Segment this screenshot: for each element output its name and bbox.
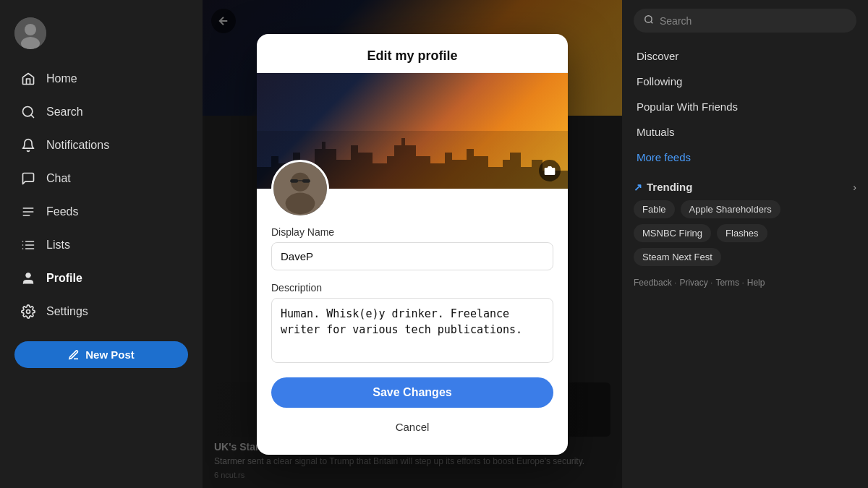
search-icon: [644, 14, 654, 27]
trending-tag-apple[interactable]: Apple Shareholders: [681, 200, 780, 218]
sidebar-item-search-label: Search: [46, 106, 83, 119]
home-icon: [20, 71, 36, 87]
chat-icon: [20, 171, 36, 187]
lists-icon: [20, 237, 36, 253]
right-nav-popular[interactable]: Popular With Friends: [634, 95, 856, 119]
description-textarea[interactable]: [271, 298, 553, 363]
left-sidebar: Home Search Notifications Chat: [0, 0, 203, 488]
svg-line-4: [31, 115, 34, 118]
modal-overlay: Edit my profile: [203, 0, 622, 488]
svg-point-20: [286, 192, 315, 214]
edit-profile-modal: Edit my profile: [257, 34, 568, 455]
sidebar-item-chat-label: Chat: [46, 172, 71, 185]
search-icon: [20, 104, 36, 120]
sidebar-item-profile[interactable]: Profile: [6, 263, 197, 294]
svg-line-26: [651, 22, 653, 24]
trending-tag-fable[interactable]: Fable: [634, 200, 675, 218]
sidebar-item-search[interactable]: Search: [6, 97, 197, 127]
svg-rect-22: [302, 179, 310, 183]
trending-chart-icon: ↗: [634, 181, 642, 193]
footer-links: Feedback Privacy Terms Help: [634, 278, 856, 288]
footer-link-privacy[interactable]: Privacy: [679, 278, 712, 288]
new-post-button[interactable]: New Post: [14, 341, 188, 368]
sidebar-item-home[interactable]: Home: [6, 64, 197, 94]
cancel-button[interactable]: Cancel: [257, 414, 568, 440]
save-changes-button[interactable]: Save Changes: [271, 377, 553, 408]
footer-link-feedback[interactable]: Feedback: [634, 278, 676, 288]
sidebar-item-feeds[interactable]: Feeds: [6, 197, 197, 227]
search-bar: [634, 9, 856, 33]
display-name-group: Display Name: [271, 226, 553, 270]
bell-icon: [20, 137, 36, 153]
sidebar-item-lists[interactable]: Lists: [6, 230, 197, 260]
right-nav-following[interactable]: Following: [634, 69, 856, 93]
user-avatar[interactable]: [14, 17, 46, 49]
svg-point-25: [645, 16, 652, 22]
sidebar-item-settings[interactable]: Settings: [6, 296, 197, 327]
avatar-container: [0, 12, 203, 61]
trending-tag-steam[interactable]: Steam Next Fest: [634, 248, 721, 266]
right-sidebar: Discover Following Popular With Friends …: [622, 0, 868, 488]
modal-body: Display Name Description Save Changes Ca…: [257, 73, 568, 455]
settings-icon: [20, 304, 36, 320]
sidebar-item-settings-label: Settings: [46, 305, 88, 318]
right-nav-items: Discover Following Popular With Friends …: [634, 44, 856, 169]
display-name-input[interactable]: [271, 242, 553, 270]
sidebar-item-home-label: Home: [46, 72, 77, 85]
sidebar-item-feeds-label: Feeds: [46, 205, 78, 218]
sidebar-item-notifications[interactable]: Notifications: [6, 130, 197, 160]
trending-tags: Fable Apple Shareholders MSNBC Firing Fl…: [634, 200, 856, 266]
display-name-label: Display Name: [271, 226, 553, 238]
camera-icon: [544, 165, 556, 176]
right-nav-mutuals[interactable]: Mutuals: [634, 120, 856, 144]
feeds-icon: [20, 204, 36, 220]
new-post-label: New Post: [85, 348, 135, 361]
description-group: Description: [271, 282, 553, 366]
trending-label: Trending: [647, 181, 692, 193]
description-label: Description: [271, 282, 553, 294]
cover-image: [257, 73, 568, 189]
modal-title: Edit my profile: [271, 48, 553, 64]
sidebar-item-notifications-label: Notifications: [46, 139, 109, 152]
footer-link-terms[interactable]: Terms: [715, 278, 744, 288]
avatar-image: [273, 162, 327, 215]
profile-avatar[interactable]: [271, 160, 329, 218]
trending-section: ↗ Trending › Fable Apple Shareholders MS…: [634, 181, 856, 266]
footer-link-help[interactable]: Help: [747, 278, 765, 288]
right-nav-more-feeds[interactable]: More feeds: [634, 145, 856, 169]
modal-header: Edit my profile: [257, 34, 568, 73]
svg-rect-21: [290, 179, 298, 183]
sidebar-item-lists-label: Lists: [46, 239, 70, 252]
trending-tag-msnbc[interactable]: MSNBC Firing: [634, 224, 711, 242]
sidebar-item-chat[interactable]: Chat: [6, 163, 197, 194]
svg-point-1: [25, 24, 36, 35]
edit-icon: [68, 349, 80, 361]
right-nav-discover[interactable]: Discover: [634, 44, 856, 68]
search-input[interactable]: [660, 15, 846, 27]
trending-header: ↗ Trending ›: [634, 181, 856, 193]
sidebar-item-profile-label: Profile: [46, 272, 82, 285]
svg-point-14: [26, 273, 31, 278]
main-content: UK's Starmer boosts defence spending on …: [203, 0, 622, 488]
cover-camera-button[interactable]: [539, 160, 561, 181]
trending-title: ↗ Trending: [634, 181, 692, 193]
svg-point-24: [548, 169, 551, 173]
profile-icon: [20, 270, 36, 286]
chevron-right-icon: ›: [853, 181, 856, 193]
svg-point-15: [27, 310, 30, 314]
trending-tag-flashes[interactable]: Flashes: [717, 224, 767, 242]
